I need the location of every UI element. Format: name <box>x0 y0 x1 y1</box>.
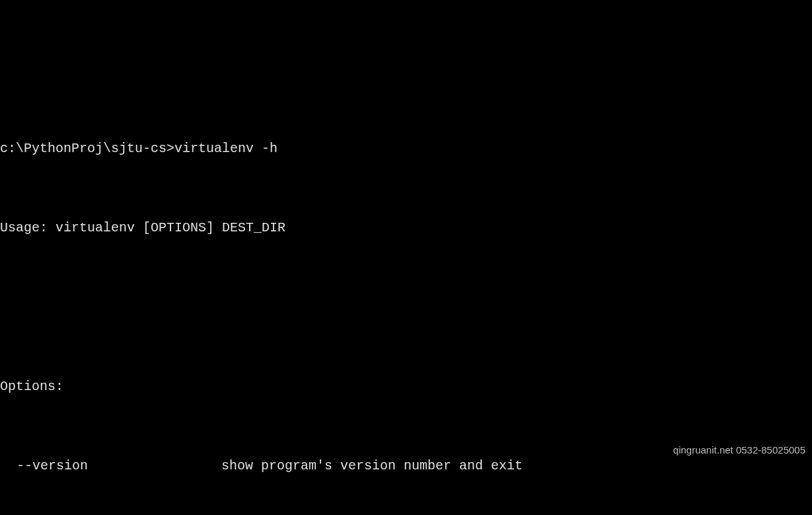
desc-version: show program's version number and exit <box>221 456 523 476</box>
watermark-text: qingruanit.net 0532-85025005 <box>673 443 805 458</box>
flag-version: --version <box>0 456 221 476</box>
command-text: virtualenv -h <box>174 141 277 156</box>
prompt: c:\PythonProj\sjtu-cs> <box>0 141 174 156</box>
usage-line: Usage: virtualenv [OPTIONS] DEST_DIR <box>0 218 812 238</box>
blank-line <box>0 297 812 317</box>
command-line: c:\PythonProj\sjtu-cs>virtualenv -h <box>0 139 812 159</box>
option-version: --versionshow program's version number a… <box>0 456 812 476</box>
options-header: Options: <box>0 377 812 397</box>
